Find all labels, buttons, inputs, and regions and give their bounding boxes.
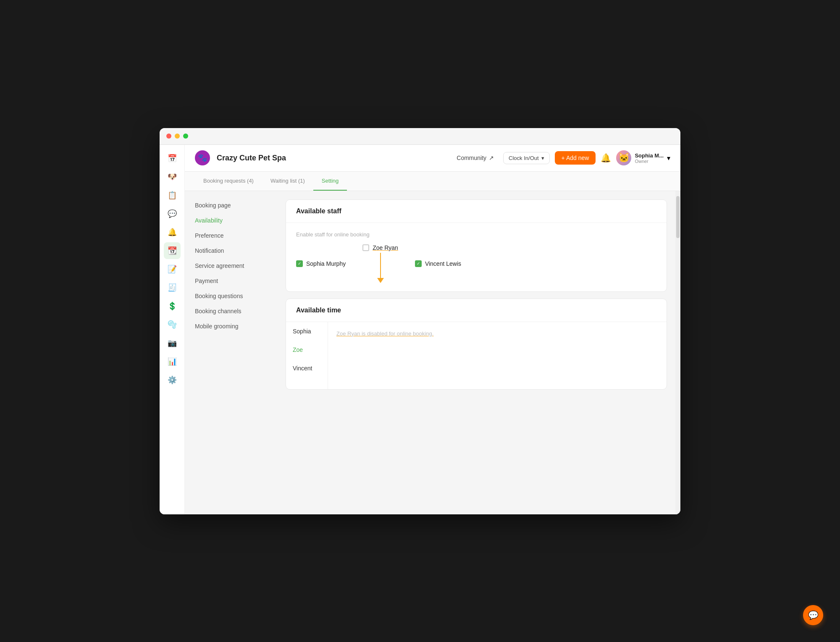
close-button[interactable] <box>166 134 171 139</box>
nav-booking-channels[interactable]: Booking channels <box>185 304 277 319</box>
zoe-checkbox[interactable] <box>362 244 369 251</box>
external-link-icon: ↗ <box>489 155 494 161</box>
time-tab-zoe[interactable]: Zoe <box>286 341 328 359</box>
clock-label: Clock In/Out <box>509 155 539 161</box>
available-time-body: Sophia Zoe Vincent Zoe Ryan is di <box>286 322 667 389</box>
time-tab-vincent[interactable]: Vincent <box>286 359 328 377</box>
nav-preference[interactable]: Preference <box>185 228 277 243</box>
staff-vincent: ✓ Vincent Lewis <box>415 260 461 267</box>
nav-service-agreement[interactable]: Service agreement <box>185 258 277 273</box>
sidebar-icons: 📅 🐶 📋 💬 🔔 📆 📝 🧾 💲 🫧 📷 📊 ⚙️ <box>160 145 185 514</box>
time-staff-tabs: Sophia Zoe Vincent <box>286 322 328 389</box>
main-content: 🐾 Crazy Cute Pet Spa Community ↗ Clock I… <box>185 145 680 514</box>
user-info: Sophia M... Owner <box>635 152 664 164</box>
time-tab-sophia[interactable]: Sophia <box>286 322 328 341</box>
community-label: Community <box>457 155 486 161</box>
nav-mobile-grooming[interactable]: Mobile grooming <box>185 319 277 334</box>
available-time-card: Available time Sophia Zoe <box>286 299 667 390</box>
chevron-down-icon: ▾ <box>541 155 544 161</box>
nav-payment[interactable]: Payment <box>185 273 277 288</box>
available-time-title: Available time <box>296 307 341 314</box>
scrollbar-thumb[interactable] <box>676 196 680 238</box>
nav-booking-questions[interactable]: Booking questions <box>185 288 277 304</box>
app-window: 📅 🐶 📋 💬 🔔 📆 📝 🧾 💲 🫧 📷 📊 ⚙️ 🐾 Crazy Cute … <box>160 128 680 514</box>
user-role: Owner <box>635 159 664 164</box>
app-logo: 🐾 <box>195 150 210 165</box>
titlebar <box>160 128 680 145</box>
user-name: Sophia M... <box>635 152 664 159</box>
receipt-icon[interactable]: 🧾 <box>164 279 181 296</box>
minimize-button[interactable] <box>175 134 180 139</box>
vincent-name: Vincent Lewis <box>425 260 461 267</box>
camera-icon[interactable]: 📷 <box>164 335 181 351</box>
available-staff-title: Available staff <box>296 207 341 215</box>
enable-staff-label: Enable staff for online booking <box>296 231 656 238</box>
available-staff-header: Available staff <box>286 200 667 223</box>
user-menu[interactable]: 🐱 Sophia M... Owner ▾ <box>616 150 670 165</box>
notification-bell-icon[interactable]: 🔔 <box>601 153 611 163</box>
annotation-arrow-head <box>377 278 384 283</box>
page-body: Booking page Availability Preference Not… <box>185 191 680 514</box>
tab-setting[interactable]: Setting <box>313 172 347 191</box>
right-content: Available staff Enable staff for online … <box>277 191 675 514</box>
user-chevron-icon: ▾ <box>667 154 670 162</box>
avatar: 🐱 <box>616 150 631 165</box>
scrollbar-track[interactable] <box>675 191 680 514</box>
chart-icon[interactable]: 📊 <box>164 353 181 370</box>
add-new-button[interactable]: + Add new <box>555 151 596 165</box>
annotation-arrow-line <box>380 253 381 278</box>
zoe-name: Zoe Ryan <box>373 244 398 251</box>
sophia-name: Sophia Murphy <box>306 260 346 267</box>
tab-waiting-list[interactable]: Waiting list (1) <box>262 172 313 191</box>
disabled-message: Zoe Ryan is disabled for online booking. <box>336 330 433 337</box>
clock-in-out-button[interactable]: Clock In/Out ▾ <box>503 152 550 164</box>
available-staff-body: Enable staff for online booking ✓ Sophia… <box>286 223 667 291</box>
pet-icon[interactable]: 🐶 <box>164 168 181 185</box>
dollar-icon[interactable]: 💲 <box>164 298 181 314</box>
staff-zoe: Zoe Ryan <box>362 244 398 251</box>
app-body: 📅 🐶 📋 💬 🔔 📆 📝 🧾 💲 🫧 📷 📊 ⚙️ 🐾 Crazy Cute … <box>160 145 680 514</box>
time-content: Zoe Ryan is disabled for online booking. <box>328 322 667 389</box>
maximize-button[interactable] <box>183 134 188 139</box>
tabs-bar: Booking requests (4) Waiting list (1) Se… <box>185 172 680 191</box>
available-time-header: Available time <box>286 299 667 322</box>
available-staff-card: Available staff Enable staff for online … <box>286 199 667 292</box>
staff-sophia: ✓ Sophia Murphy <box>296 260 346 267</box>
header-actions: Community ↗ Clock In/Out ▾ + Add new 🔔 🐱 <box>452 150 670 165</box>
tab-booking-requests[interactable]: Booking requests (4) <box>195 172 262 191</box>
chat-icon[interactable]: 💬 <box>164 205 181 222</box>
schedule-icon[interactable]: 📆 <box>164 242 181 259</box>
calendar-icon[interactable]: 📅 <box>164 150 181 167</box>
vincent-checkbox[interactable]: ✓ <box>415 260 422 267</box>
left-nav: Booking page Availability Preference Not… <box>185 191 277 514</box>
app-title: Crazy Cute Pet Spa <box>217 154 446 162</box>
nav-availability[interactable]: Availability <box>185 213 277 228</box>
chat-fab-icon: 💬 <box>808 610 819 620</box>
book-icon[interactable]: 📋 <box>164 187 181 204</box>
header: 🐾 Crazy Cute Pet Spa Community ↗ Clock I… <box>185 145 680 172</box>
washer-icon[interactable]: 🫧 <box>164 316 181 333</box>
clipboard-icon[interactable]: 📝 <box>164 261 181 278</box>
nav-notification[interactable]: Notification <box>185 243 277 258</box>
sophia-checkbox[interactable]: ✓ <box>296 260 303 267</box>
settings-icon[interactable]: ⚙️ <box>164 372 181 388</box>
chat-fab-button[interactable]: 💬 <box>803 605 823 625</box>
staff-list: ✓ Sophia Murphy Zoe Ryan <box>296 244 656 283</box>
community-button[interactable]: Community ↗ <box>452 152 498 164</box>
bell-sidebar-icon[interactable]: 🔔 <box>164 224 181 241</box>
nav-booking-page[interactable]: Booking page <box>185 198 277 213</box>
